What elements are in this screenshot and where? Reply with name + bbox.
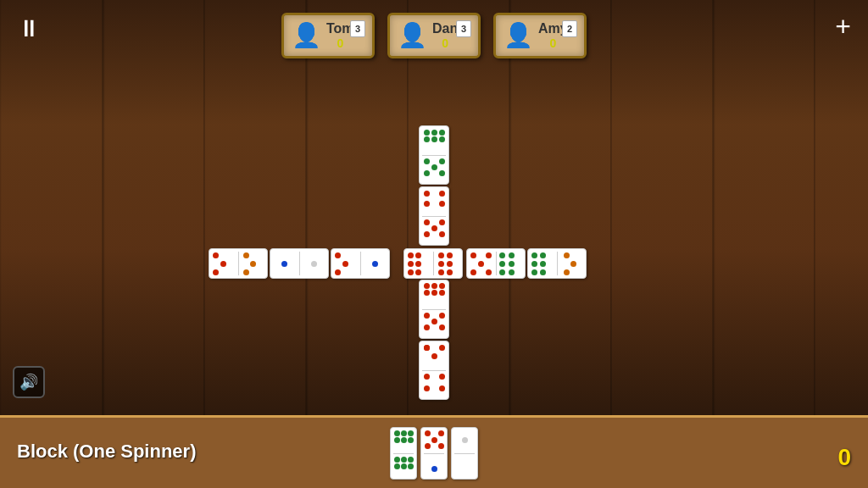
score-display: 0 bbox=[837, 444, 851, 471]
player-score-tom: 0 bbox=[337, 36, 343, 50]
player-tiles-dan: 3 bbox=[456, 20, 471, 37]
bottom-bar: Block (One Spinner) bbox=[0, 415, 868, 488]
hand-domino-3[interactable] bbox=[451, 427, 478, 480]
mode-text: Block (One Spinner) bbox=[17, 441, 196, 463]
avatar-tom: 👤 bbox=[292, 20, 320, 51]
player-panel-amy: 👤 Amy 0 2 bbox=[493, 13, 587, 58]
avatar-dan: 👤 bbox=[398, 20, 426, 51]
player-name-dan: Dan bbox=[432, 21, 458, 36]
domino-left-2[interactable] bbox=[270, 248, 329, 279]
hand-domino-2[interactable] bbox=[420, 427, 448, 480]
game-board: ⏸ + 👤 Tom 0 3 👤 Dan 0 3 bbox=[0, 0, 868, 415]
domino-right-2[interactable] bbox=[527, 248, 587, 279]
player-score-amy: 0 bbox=[549, 36, 556, 50]
domino-bottom-2[interactable] bbox=[419, 341, 449, 400]
hand-domino-1[interactable] bbox=[390, 427, 417, 480]
player-tiles-tom: 3 bbox=[350, 20, 365, 37]
player-score-dan: 0 bbox=[442, 36, 448, 50]
player-panel-tom: 👤 Tom 0 3 bbox=[281, 13, 375, 58]
game-mode-label: Block (One Spinner) bbox=[0, 415, 196, 488]
domino-top-1[interactable] bbox=[419, 125, 449, 185]
domino-top-2[interactable] bbox=[419, 186, 449, 246]
avatar-amy: 👤 bbox=[504, 20, 531, 51]
add-button[interactable]: + bbox=[835, 13, 851, 40]
domino-center[interactable] bbox=[403, 248, 463, 279]
sound-button[interactable]: 🔊 bbox=[13, 366, 45, 398]
domino-left-3[interactable] bbox=[209, 248, 268, 279]
pause-button[interactable]: ⏸ bbox=[17, 17, 41, 41]
player-hand bbox=[390, 427, 478, 480]
domino-bottom-1[interactable] bbox=[419, 280, 449, 339]
player-panel-dan: 👤 Dan 0 3 bbox=[387, 13, 481, 58]
player-tiles-amy: 2 bbox=[562, 20, 577, 37]
players-area: 👤 Tom 0 3 👤 Dan 0 3 👤 Amy bbox=[281, 13, 587, 58]
domino-left-1[interactable] bbox=[331, 248, 390, 279]
domino-right-1[interactable] bbox=[466, 248, 526, 279]
